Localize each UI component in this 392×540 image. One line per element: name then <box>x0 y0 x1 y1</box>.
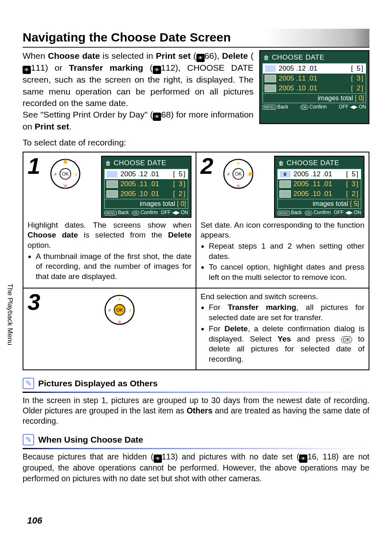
thumbnail-icon <box>265 75 276 82</box>
note-body: Because pictures that are hidden (👁113) … <box>23 452 369 484</box>
step-1-cell: 1 OK ↺ ⚡ ⚡ 🌸 <box>23 152 196 288</box>
thumbnail-icon <box>265 85 276 92</box>
svg-text:OK: OK <box>116 307 123 312</box>
svg-text:🌸: 🌸 <box>236 183 240 187</box>
page-ref-icon: 👁 <box>23 66 31 74</box>
note-title: Pictures Displayed as Others <box>38 378 158 388</box>
multi-selector-icon: OK ↺ ⚡ ⚡ 🌸 <box>101 292 138 328</box>
step-number: 1 <box>28 156 44 176</box>
step-3-cell-left: 3 OK ↺ ⚡ ⚡ 🌸 <box>23 288 196 370</box>
step-3-cell-right: End selection and switch screens. For Tr… <box>196 288 369 370</box>
step-number: 2 <box>201 156 217 176</box>
note-divider <box>23 392 369 393</box>
thumbnail-trash-icon: 🗑 <box>279 171 291 178</box>
svg-text:OK: OK <box>62 171 69 176</box>
ok-button-icon: OK <box>341 336 352 343</box>
svg-text:OK: OK <box>235 171 242 176</box>
lcd-back: MENU Back <box>263 104 288 110</box>
svg-text:⚡: ⚡ <box>247 172 251 176</box>
trash-icon: 🗑 <box>105 160 111 166</box>
svg-text:🌸: 🌸 <box>117 319 121 323</box>
lcd-title: CHOOSE DATE <box>272 53 325 62</box>
note-body: In the screen in step 1, pictures are gr… <box>23 395 369 427</box>
select-date-label: To select date of recording: <box>23 138 369 148</box>
svg-text:↺: ↺ <box>54 172 57 176</box>
multi-selector-icon: OK ↺ ⚡ ⚡ 🌸 <box>47 156 83 192</box>
lcd-confirm: OK Confirm <box>300 104 327 110</box>
lcd-date-row: 2005 .11 .01 [ 3] <box>263 74 366 83</box>
note-divider <box>23 448 369 449</box>
svg-text:↺: ↺ <box>227 172 230 176</box>
trash-icon: 🗑 <box>278 160 284 166</box>
lcd-off-on: OFF ◀▶ ON <box>339 104 366 110</box>
trash-icon: 🗑 <box>263 54 270 61</box>
step-number: 3 <box>28 292 44 312</box>
section-title: Navigating the Choose Date Screen <box>23 29 369 48</box>
svg-text:⚡: ⚡ <box>236 161 240 165</box>
page-number: 106 <box>27 515 42 526</box>
multi-selector-icon: OK ↺ ⚡ ⚡ 🌸 <box>220 156 256 192</box>
page-ref-icon: 👁 <box>154 455 162 463</box>
svg-text:⚡: ⚡ <box>63 161 67 165</box>
note-icon: ✎ <box>23 434 34 445</box>
note-icon: ✎ <box>23 378 34 389</box>
page-ref-icon: 👁 <box>153 113 161 121</box>
thumbnail-icon <box>265 65 276 72</box>
svg-text:↺: ↺ <box>108 308 111 312</box>
lcd-date-row: 2005 .12 .01 [ 5] <box>263 64 366 74</box>
lcd-step1: 🗑 CHOOSE DATE 2005 .12 .01[ 5] 2005 .11 … <box>101 156 191 218</box>
intro-text: When Choose date is selected in Print se… <box>23 50 254 133</box>
svg-text:⚡: ⚡ <box>128 308 132 312</box>
svg-text:⚡: ⚡ <box>117 297 121 301</box>
svg-text:⚡: ⚡ <box>74 172 78 176</box>
page-ref-icon: 👁 <box>299 455 307 463</box>
svg-text:🌸: 🌸 <box>63 183 67 187</box>
page-ref-icon: 👁 <box>153 66 161 74</box>
note-title: When Using Choose Date <box>38 435 143 445</box>
page-ref-icon: 👁 <box>196 54 205 62</box>
lcd-choose-date-main: 🗑 CHOOSE DATE 2005 .12 .01 [ 5] 2005 .11… <box>259 50 369 124</box>
lcd-step2: 🗑 CHOOSE DATE 🗑2005 .12 .01[ 5] 2005 .11… <box>274 156 364 218</box>
sidebar-label: The Playback Menu <box>6 284 14 345</box>
lcd-date-row: 2005 .10 .01 [ 2] <box>263 83 366 93</box>
step-2-cell: 2 OK ↺ ⚡ ⚡ 🌸 🗑 <box>196 152 369 288</box>
